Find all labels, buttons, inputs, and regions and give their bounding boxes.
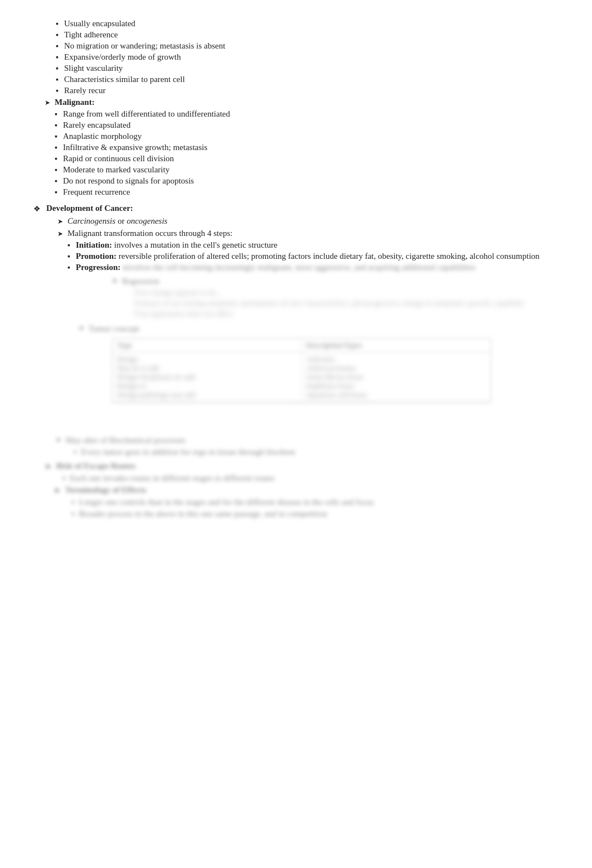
- biochem-sub: Every tumor goes in addition for regs in…: [81, 447, 295, 457]
- terminology-label: Terminology of Effects: [65, 485, 146, 495]
- steps-list: Initiation: involves a mutation in the c…: [67, 240, 540, 272]
- development-of-cancer-section: Development of Cancer: ➤ Carcinogensis o…: [33, 204, 559, 410]
- benign-bullet-list: Usually encapsulated Tight adherence No …: [33, 19, 559, 95]
- risk-sub: Each one invades routes in different sta…: [70, 474, 274, 483]
- bullet-range-differentiated: Range from well differentiated to undiff…: [55, 109, 230, 119]
- bullet-expansive-growth: Expansive/orderly mode of growth: [33, 52, 559, 62]
- tumor-concept-block: ➤ Tumor concept Type Description/Types B…: [67, 324, 540, 403]
- regression-sub1: First change appears to be...: [134, 288, 540, 297]
- development-label: Development of Cancer:: [46, 204, 133, 213]
- tumor-table: Type Description/Types BenignMay be to a…: [112, 338, 491, 403]
- risk-label: Risk of Escape Routes: [56, 461, 135, 471]
- malignant-bullet-list: Range from well differentiated to undiff…: [55, 109, 230, 197]
- biochem-section: ➤ May alter of Biochemical processes ▪ E…: [33, 436, 559, 457]
- bullet-infiltrative-growth: Infiltrative & expansive growth; metasta…: [55, 143, 230, 152]
- regression-label: Regression: [122, 277, 159, 286]
- step-progression: Progression: involves the cell becoming …: [67, 263, 540, 272]
- bullet-anaplastic-morphology: Anaplastic morphology: [55, 132, 230, 141]
- bullet-moderate-vascularity: Moderate to marked vascularity: [55, 165, 230, 175]
- step-initiation: Initiation: involves a mutation in the c…: [67, 240, 540, 250]
- bullet-no-apoptosis: Do not respond to signals for apoptosis: [55, 176, 230, 186]
- regression-sub2: Features of an existing neoplasm: perman…: [134, 299, 540, 308]
- bullet-usually-encapsulated: Usually encapsulated: [33, 19, 559, 28]
- blurred-bottom-sections: ➤ May alter of Biochemical processes ▪ E…: [33, 436, 559, 519]
- carcinogenesis-line: Carcinogensis or oncogenesis: [67, 216, 167, 226]
- bullet-rarely-recur: Rarely recur: [33, 86, 559, 95]
- bullet-rarely-encapsulated: Rarely encapsulated: [55, 120, 230, 130]
- step-promotion: Promotion: reversible proliferation of a…: [67, 252, 540, 261]
- benign-bullets-section: Usually encapsulated Tight adherence No …: [33, 19, 559, 95]
- regression-block: ➤ Regression First change appears to be.…: [101, 277, 540, 319]
- bullet-rapid-cell-division: Rapid or continuous cell division: [55, 154, 230, 163]
- bullet-characteristics-similar: Characteristics similar to parent cell: [33, 75, 559, 84]
- biochem-label: May alter of Biochemical processes: [66, 436, 186, 445]
- terminology-sub1: Longer one controls than in the stages a…: [79, 498, 374, 507]
- bullet-tight-adherence: Tight adherence: [33, 30, 559, 40]
- terminology-sub2: Broader process in the above in this one…: [79, 509, 327, 519]
- malignant-transform-line: Malignant transformation occurs through …: [67, 229, 232, 238]
- risk-section: ➤ Risk of Escape Routes ▪ Each one invad…: [33, 461, 559, 519]
- malignant-item: ➤ Malignant: Range from well differentia…: [45, 98, 559, 199]
- regression-sub3: First appearance does not affect: [134, 310, 540, 319]
- malignant-label: Malignant:: [55, 98, 95, 107]
- tumor-concept-label: Tumor concept: [89, 324, 139, 334]
- bullet-frequent-recurrence: Frequent recurrence: [55, 187, 230, 197]
- bullet-no-migration: No migration or wandering; metastasis is…: [33, 41, 559, 51]
- bullet-slight-vascularity: Slight vascularity: [33, 64, 559, 73]
